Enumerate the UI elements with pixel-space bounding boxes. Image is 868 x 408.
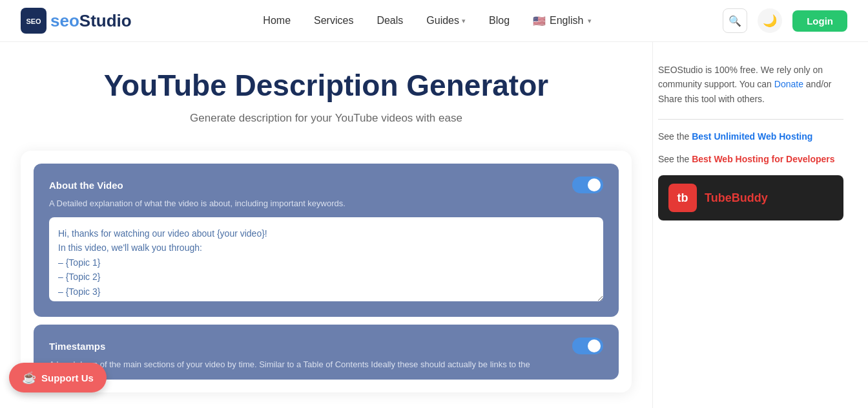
- section1-title: About the Video: [49, 180, 123, 191]
- theme-toggle-button[interactable]: 🌙: [758, 8, 782, 33]
- main-content: YouTube Description Generator Generate d…: [0, 42, 652, 408]
- sidebar-hosting-link2: See the Best Web Hosting for Developers: [658, 153, 843, 166]
- support-us-button[interactable]: ☕ Support Us: [9, 363, 107, 392]
- logo-text: seoStudio: [50, 11, 132, 31]
- sidebar-intro: SEOStudio is 100% free. We rely only on …: [658, 63, 843, 106]
- tool-card: About the Video A Detailed explanation o…: [21, 151, 632, 392]
- main-nav: Home Services Deals Guides ▾ Blog 🇺🇸 Eng…: [263, 15, 591, 27]
- sidebar-divider: [658, 119, 843, 120]
- sidebar-donate-link[interactable]: Donate: [774, 79, 803, 89]
- section1-header: About the Video: [49, 177, 603, 193]
- tubebuddy-brand-text: TubeBuddy: [705, 191, 768, 205]
- login-button[interactable]: Login: [792, 10, 847, 32]
- svg-text:SEO: SEO: [26, 17, 41, 25]
- toggle-thumb: [588, 178, 601, 191]
- best-hosting-link[interactable]: Best Unlimited Web Hosting: [692, 131, 812, 142]
- search-icon: 🔍: [728, 15, 741, 27]
- coffee-icon: ☕: [22, 370, 36, 385]
- tubebuddy-logo-icon: tb: [668, 184, 697, 212]
- tubebuddy-banner[interactable]: tb TubeBuddy: [658, 175, 843, 220]
- section2-header: Timestamps: [49, 338, 603, 354]
- section1-desc: A Detailed explanation of what the video…: [49, 199, 603, 208]
- section2-toggle[interactable]: [572, 338, 603, 354]
- language-selector[interactable]: 🇺🇸 English ▾: [533, 15, 591, 27]
- nav-blog[interactable]: Blog: [489, 15, 510, 27]
- timestamps-section: Timestamps A breakdown of the main secti…: [34, 325, 619, 380]
- nav-deals[interactable]: Deals: [377, 15, 403, 27]
- flag-icon: 🇺🇸: [533, 15, 546, 27]
- sidebar: SEOStudio is 100% free. We rely only on …: [652, 42, 859, 408]
- main-layout: YouTube Description Generator Generate d…: [0, 42, 868, 408]
- page-title: YouTube Description Generator: [21, 68, 632, 103]
- sidebar-hosting-link1: See the Best Unlimited Web Hosting: [658, 130, 843, 144]
- section2-desc: A breakdown of the main sections of your…: [49, 360, 603, 369]
- toggle-thumb-2: [588, 339, 601, 352]
- site-header: SEO seoStudio Home Services Deals Guides…: [0, 0, 868, 42]
- support-label: Support Us: [41, 372, 94, 383]
- nav-home[interactable]: Home: [263, 15, 291, 27]
- logo-link[interactable]: SEO seoStudio: [21, 8, 132, 34]
- search-button[interactable]: 🔍: [723, 8, 747, 33]
- about-video-section: About the Video A Detailed explanation o…: [34, 164, 619, 317]
- logo-icon: SEO: [21, 8, 46, 34]
- nav-services[interactable]: Services: [314, 15, 353, 27]
- section1-toggle[interactable]: [572, 177, 603, 193]
- header-actions: 🔍 🌙 Login: [723, 8, 847, 33]
- nav-guides[interactable]: Guides ▾: [426, 15, 466, 27]
- about-video-textarea[interactable]: Hi, thanks for watching our video about …: [49, 217, 603, 301]
- best-hosting-dev-link[interactable]: Best Web Hosting for Developers: [692, 154, 834, 164]
- section2-title: Timestamps: [49, 341, 105, 352]
- guides-chevron-icon: ▾: [462, 17, 466, 25]
- page-subtitle: Generate description for your YouTube vi…: [21, 112, 632, 125]
- moon-icon: 🌙: [763, 14, 777, 28]
- lang-chevron-icon: ▾: [588, 17, 592, 25]
